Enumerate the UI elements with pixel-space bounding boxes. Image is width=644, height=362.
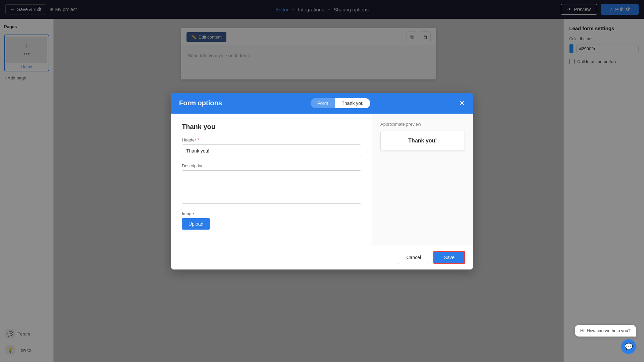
preview-text: Thank you! [408,138,437,143]
modal-left: Thank you Header * Description Image Upl… [171,114,372,245]
chat-bubble: Hi! How can we help you? 💬 [575,325,636,354]
modal-right: Approximate preview Thank you! [372,114,473,245]
modal: Form options Form Thank you ✕ Thank you … [171,93,473,269]
upload-button[interactable]: Upload [182,218,210,230]
modal-footer: Cancel Save [171,245,473,269]
required-star: * [198,137,199,142]
chat-message: Hi! How can we help you? [575,325,636,337]
image-group: Image Upload [182,211,361,230]
chat-button[interactable]: 💬 [621,339,636,354]
description-label: Description [182,163,361,168]
header-label: Header * [182,137,361,142]
chat-icon: 💬 [625,343,633,351]
modal-tabs: Form Thank you [311,98,370,108]
description-textarea[interactable] [182,170,361,204]
tab-form[interactable]: Form [311,98,335,108]
modal-overlay[interactable]: Form options Form Thank you ✕ Thank you … [0,0,644,362]
modal-close-button[interactable]: ✕ [459,100,465,107]
modal-section-title: Thank you [182,123,361,131]
header-group: Header * [182,137,361,157]
cancel-button[interactable]: Cancel [398,251,429,264]
header-input[interactable] [182,144,361,157]
modal-body: Thank you Header * Description Image Upl… [171,114,473,245]
image-label: Image [182,211,361,216]
save-button[interactable]: Save [433,251,465,264]
tab-thankyou[interactable]: Thank you [335,98,370,108]
preview-label: Approximate preview [380,122,465,127]
preview-box: Thank you! [380,131,465,151]
modal-title: Form options [179,99,222,107]
modal-header: Form options Form Thank you ✕ [171,93,473,114]
description-group: Description [182,163,361,205]
